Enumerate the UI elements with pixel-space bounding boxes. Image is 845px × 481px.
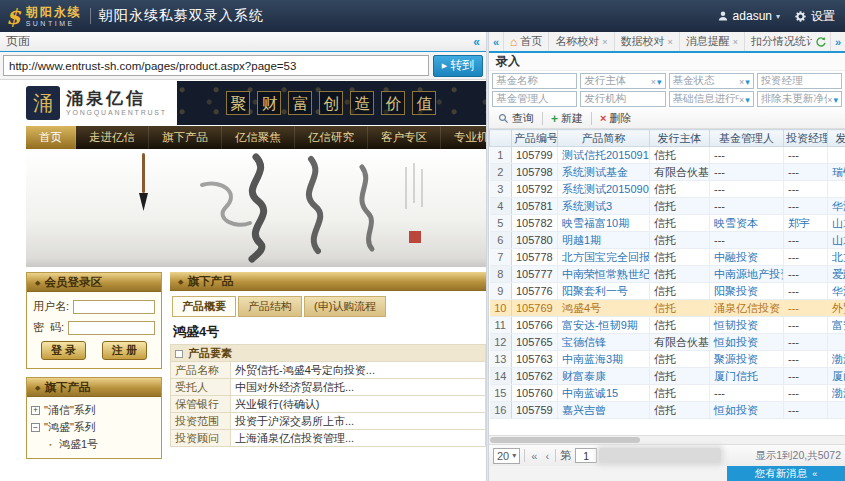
filter-field[interactable]: 发行机构 — [580, 91, 665, 107]
cell-issuing-institution[interactable]: 爱建 — [828, 266, 845, 283]
cell-investment-manager[interactable]: --- — [784, 317, 828, 334]
cell-product-name[interactable]: 系统测试3 — [558, 198, 650, 215]
column-header[interactable]: 基金管理人 — [710, 130, 784, 147]
page-number-input[interactable]: 1 — [575, 448, 597, 463]
user-menu[interactable]: adasun ▾ — [717, 9, 780, 23]
site-nav-item[interactable]: 首页 — [26, 126, 76, 149]
cell-investment-manager[interactable]: --- — [784, 402, 828, 419]
cell-fund-manager[interactable]: 恒韧投资 — [710, 317, 784, 334]
cell-issuing-institution[interactable] — [828, 147, 845, 164]
tree-node[interactable]: 鸿盛1号 — [31, 436, 157, 453]
prev-page-icon[interactable]: ‹ — [543, 450, 551, 462]
filter-field[interactable]: 基础信息进行中 — [669, 91, 754, 107]
cell-investment-manager[interactable]: --- — [784, 147, 828, 164]
cell-issuing-institution[interactable]: 渤海 — [828, 351, 845, 368]
grid-row[interactable]: 1 105799 测试信托20150910 信托 --- --- — [490, 147, 845, 164]
cell-product-name[interactable]: 富安达-恒韧9期 — [558, 317, 650, 334]
grid-row[interactable]: 16 105759 嘉兴吉曾 信托 恒如投资 --- — [490, 402, 845, 419]
cell-fund-manager[interactable]: --- — [710, 385, 784, 402]
cell-fund-manager[interactable]: 中南源地产投资 — [710, 266, 784, 283]
checkbox-icon[interactable] — [175, 350, 183, 358]
close-icon[interactable] — [668, 37, 673, 47]
login-button[interactable]: 登 录 — [41, 341, 86, 360]
column-header[interactable]: 产品简称 — [558, 130, 650, 147]
search-button[interactable]: 查询 — [492, 110, 540, 127]
cell-product-name[interactable]: 中南荣恒常熟世纪晶城 — [558, 266, 650, 283]
product-tab[interactable]: (申)认购流程 — [304, 296, 386, 317]
scrollbar-thumb[interactable] — [490, 437, 640, 443]
cell-fund-manager[interactable]: 中融投资 — [710, 249, 784, 266]
product-tab[interactable]: 产品概要 — [172, 296, 236, 317]
cell-investment-manager[interactable]: --- — [784, 266, 828, 283]
cell-investment-manager[interactable]: --- — [784, 164, 828, 181]
column-header[interactable]: 发行机构 — [828, 130, 845, 147]
grid-row[interactable]: 9 105776 阳聚套利一号 信托 阳聚投资 --- 华润 — [490, 283, 845, 300]
chevron-down-icon[interactable] — [833, 93, 838, 105]
site-nav-item[interactable]: 客户专区 — [368, 126, 441, 149]
column-header[interactable]: 产品编号 — [512, 130, 558, 147]
clear-icon[interactable] — [739, 75, 744, 87]
cell-fund-manager[interactable]: 阳聚投资 — [710, 283, 784, 300]
clear-icon[interactable] — [739, 93, 744, 105]
filter-field[interactable]: 基金管理人 — [492, 91, 577, 107]
cell-investment-manager[interactable]: --- — [784, 300, 828, 317]
tree-expander-icon[interactable]: − — [31, 423, 40, 432]
cell-fund-manager[interactable]: --- — [710, 164, 784, 181]
url-input[interactable]: http://www.entrust-sh.com/pages/product.… — [3, 55, 429, 76]
grid-row[interactable]: 2 105798 系统测试基金 有限合伙基金 --- --- 瑞银 — [490, 164, 845, 181]
cell-investment-manager[interactable]: --- — [784, 198, 828, 215]
cell-product-name[interactable]: 阳聚套利一号 — [558, 283, 650, 300]
horizontal-scrollbar[interactable] — [489, 435, 845, 444]
grid-row[interactable]: 12 105765 宝德信锋 有限合伙基金 恒如投资 --- — [490, 334, 845, 351]
close-icon[interactable] — [733, 37, 738, 47]
tree-expander-icon[interactable] — [46, 440, 55, 449]
tab[interactable]: 数据校对 — [615, 32, 680, 51]
cell-issuing-institution[interactable]: 山东 — [828, 215, 845, 232]
cell-investment-manager[interactable]: --- — [784, 283, 828, 300]
cell-issuing-institution[interactable] — [828, 181, 845, 198]
cell-product-name[interactable]: 测试信托20150910 — [558, 147, 650, 164]
cell-fund-manager[interactable]: 恒如投资 — [710, 402, 784, 419]
close-icon[interactable] — [602, 37, 607, 47]
site-password-input[interactable] — [68, 321, 155, 335]
cell-issuing-institution[interactable]: 瑞银 — [828, 164, 845, 181]
grid-row[interactable]: 13 105763 中南蓝海3期 信托 聚源投资 --- 渤海 — [490, 351, 845, 368]
tab[interactable]: 消息提醒 — [680, 32, 745, 51]
filter-field[interactable]: 排除未更新净值基金 — [757, 91, 842, 107]
grid-row[interactable]: 5 105782 映雪福富10期 信托 映雪资本 郑宇 山东 — [490, 215, 845, 232]
chevron-down-icon[interactable] — [745, 93, 750, 105]
settings-button[interactable]: 设置 — [794, 8, 835, 25]
cell-fund-manager[interactable]: 涌泉亿信投资 — [710, 300, 784, 317]
filter-field[interactable]: 投资经理 — [757, 73, 842, 89]
cell-product-name[interactable]: 映雪福富10期 — [558, 215, 650, 232]
grid-row[interactable]: 8 105777 中南荣恒常熟世纪晶城 信托 中南源地产投资 --- 爱建 — [490, 266, 845, 283]
site-username-input[interactable] — [73, 300, 155, 314]
cell-investment-manager[interactable]: --- — [784, 249, 828, 266]
site-nav-item[interactable]: 亿信研究 — [295, 126, 368, 149]
scroll-tabs-left-icon[interactable]: « — [489, 32, 504, 51]
cell-product-name[interactable]: 嘉兴吉曾 — [558, 402, 650, 419]
cell-issuing-institution[interactable]: 华润 — [828, 198, 845, 215]
product-tab[interactable]: 产品结构 — [238, 296, 302, 317]
cell-issuing-institution[interactable]: 北方 — [828, 249, 845, 266]
page-size-select[interactable]: 20 ▾ — [493, 448, 520, 464]
tab[interactable]: 首页 — [504, 32, 549, 51]
refresh-tabs-button[interactable] — [812, 32, 830, 51]
cell-fund-manager[interactable]: 恒如投资 — [710, 334, 784, 351]
cell-product-name[interactable]: 中南蓝诚15 — [558, 385, 650, 402]
column-header[interactable]: 发行主体 — [650, 130, 710, 147]
chevron-down-icon[interactable] — [745, 75, 750, 87]
cell-issuing-institution[interactable] — [828, 402, 845, 419]
grid-row[interactable]: 3 105792 系统测试20150909 信托 --- --- — [490, 181, 845, 198]
cell-product-name[interactable]: 北方国宝完全回报 — [558, 249, 650, 266]
cell-product-name[interactable]: 鸿盛4号 — [558, 300, 650, 317]
cell-fund-manager[interactable]: 映雪资本 — [710, 215, 784, 232]
cell-issuing-institution[interactable]: 外贸 — [828, 300, 845, 317]
tree-node[interactable]: − "鸿盛"系列 — [31, 419, 157, 436]
chevron-down-icon[interactable] — [657, 75, 662, 87]
cell-product-name[interactable]: 宝德信锋 — [558, 334, 650, 351]
grid-row[interactable]: 4 105781 系统测试3 信托 --- --- 华润 — [490, 198, 845, 215]
cell-issuing-institution[interactable]: 富安 — [828, 317, 845, 334]
cell-investment-manager[interactable]: --- — [784, 334, 828, 351]
cell-issuing-institution[interactable]: 华润 — [828, 283, 845, 300]
